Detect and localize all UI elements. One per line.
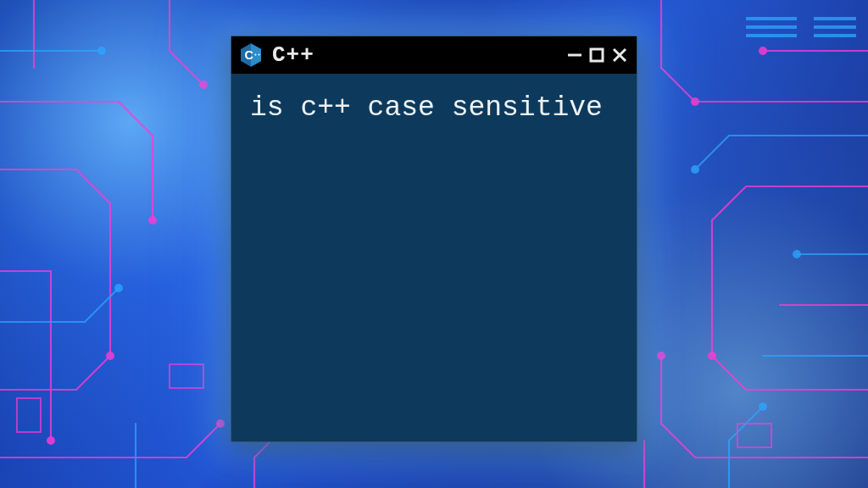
svg-point-6 xyxy=(708,352,716,360)
svg-point-13 xyxy=(793,250,801,258)
svg-point-9 xyxy=(759,47,767,55)
svg-point-10 xyxy=(97,47,106,55)
svg-point-5 xyxy=(691,97,699,106)
svg-point-3 xyxy=(199,80,208,89)
svg-rect-18 xyxy=(746,17,797,20)
svg-point-7 xyxy=(657,352,665,360)
svg-rect-19 xyxy=(746,25,797,29)
svg-text:+: + xyxy=(258,52,260,57)
svg-point-1 xyxy=(106,352,114,360)
window-controls xyxy=(567,47,628,64)
svg-rect-15 xyxy=(17,398,41,432)
titlebar: C + + C++ xyxy=(231,36,637,74)
minimize-icon[interactable] xyxy=(567,47,582,63)
svg-point-12 xyxy=(691,165,699,174)
svg-point-0 xyxy=(148,216,157,225)
svg-text:C: C xyxy=(244,48,253,62)
cpp-logo-icon: C + + xyxy=(238,42,264,68)
close-icon[interactable] xyxy=(611,47,628,64)
window-title: C++ xyxy=(272,42,559,68)
svg-text:+: + xyxy=(254,52,257,57)
svg-rect-21 xyxy=(814,17,856,20)
svg-point-14 xyxy=(759,402,767,411)
svg-point-11 xyxy=(114,284,123,292)
svg-rect-22 xyxy=(814,25,856,29)
svg-point-4 xyxy=(216,419,225,428)
svg-rect-20 xyxy=(746,34,797,37)
terminal-content: is c++ case sensitive xyxy=(231,74,637,441)
svg-rect-23 xyxy=(814,34,856,37)
svg-point-2 xyxy=(47,436,55,445)
svg-rect-16 xyxy=(170,364,203,388)
maximize-icon[interactable] xyxy=(589,47,604,63)
terminal-window: C + + C++ is c++ case sensitive xyxy=(231,36,637,442)
svg-rect-30 xyxy=(591,49,603,61)
